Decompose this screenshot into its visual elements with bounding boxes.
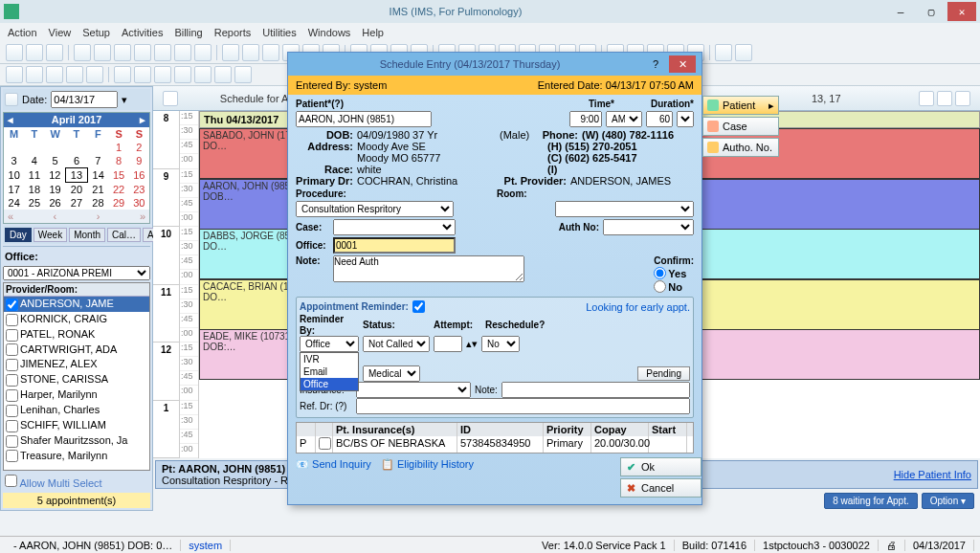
menu-help[interactable]: Help xyxy=(362,27,384,38)
insurance-select[interactable] xyxy=(356,382,471,398)
reschedule-select[interactable]: No xyxy=(481,336,520,352)
hide-patient-link[interactable]: Hide Patient Info xyxy=(894,469,971,480)
provider-item[interactable]: JIMENEZ, ALEX xyxy=(4,357,149,372)
maximize-button[interactable]: ▢ xyxy=(917,2,946,21)
reminder-option-email[interactable]: Email xyxy=(301,365,358,378)
case-select[interactable] xyxy=(333,219,456,235)
ampm-select[interactable]: AM xyxy=(606,111,642,127)
toolbar-icon[interactable] xyxy=(134,44,151,61)
cal-prev-icon[interactable]: ◂ xyxy=(8,114,13,126)
provider-item[interactable]: Treasure, Marilynn xyxy=(4,449,149,464)
duration-unit[interactable] xyxy=(677,111,694,127)
toolbar-icon[interactable] xyxy=(6,44,23,61)
menu-activities[interactable]: Activities xyxy=(122,27,163,38)
sched-close-icon[interactable] xyxy=(955,91,970,106)
office-select[interactable]: 0001 - ARIZONA PREMI xyxy=(3,266,150,280)
toolbar-icon[interactable] xyxy=(234,66,252,83)
toolbar-icon[interactable] xyxy=(154,66,171,83)
toolbar-icon[interactable] xyxy=(114,44,131,61)
toolbar-icon[interactable] xyxy=(174,44,191,61)
sched-header-icon[interactable] xyxy=(163,91,178,106)
toolbar-icon[interactable] xyxy=(26,66,43,83)
provider-item[interactable]: CARTWRIGHT, ADA xyxy=(4,343,149,358)
sched-max-icon[interactable] xyxy=(937,91,952,106)
toolbar-icon[interactable] xyxy=(6,66,23,83)
menu-view[interactable]: View xyxy=(49,27,72,38)
note-input[interactable]: Need Auth xyxy=(333,255,524,282)
menu-utilities[interactable]: Utilities xyxy=(262,27,296,38)
procedure-select[interactable]: Consultation Respritory xyxy=(296,201,454,217)
reminder-checkbox[interactable] xyxy=(412,300,425,313)
looking-early[interactable]: Looking for early appt. xyxy=(586,301,690,313)
menu-billing[interactable]: Billing xyxy=(174,27,202,38)
reminder-note-input[interactable] xyxy=(501,382,690,398)
sched-min-icon[interactable] xyxy=(919,91,934,106)
toolbar-icon[interactable] xyxy=(114,66,131,83)
provider-item[interactable]: Harper, Marilynn xyxy=(4,387,149,403)
provider-item[interactable]: PATEL, RONAK xyxy=(4,327,149,343)
close-button[interactable]: ✕ xyxy=(947,2,976,21)
room-select[interactable] xyxy=(555,201,694,217)
toolbar-icon[interactable] xyxy=(194,44,212,61)
insurance-row[interactable]: P BC/BS OF NEBRASKA 573845834950 Primary… xyxy=(297,436,693,453)
date-dropdown-icon[interactable]: ▾ xyxy=(122,94,127,106)
toolbar-icon[interactable] xyxy=(174,66,191,83)
eligibility-link[interactable]: 📋 Eligibility History xyxy=(381,458,474,471)
modal-close-icon[interactable]: ✕ xyxy=(669,55,696,73)
calendar-icon[interactable] xyxy=(5,93,18,106)
toolbar-icon[interactable] xyxy=(735,44,752,61)
toolbar-icon[interactable] xyxy=(134,66,151,83)
modal-help-icon[interactable]: ? xyxy=(646,55,665,73)
view-month[interactable]: Month xyxy=(69,228,105,242)
provider-item[interactable]: STONE, CARISSA xyxy=(4,372,149,387)
menu-action[interactable]: Action xyxy=(8,27,37,38)
view-cal[interactable]: Cal… xyxy=(107,228,141,242)
attempt-stepper[interactable]: ▴▾ xyxy=(466,338,478,350)
provider-item[interactable]: ANDERSON, JAME xyxy=(4,297,149,312)
toolbar-icon[interactable] xyxy=(194,66,212,83)
reminder-option-office[interactable]: Office xyxy=(301,378,358,390)
provider-item[interactable]: KORNICK, CRAIG xyxy=(4,312,149,327)
pending-button[interactable]: Pending xyxy=(637,366,690,381)
toolbar-icon[interactable] xyxy=(46,44,63,61)
toolbar-icon[interactable] xyxy=(242,44,259,61)
send-inquiry-link[interactable]: 📧 Send Inquiry xyxy=(296,458,371,471)
ref-dr-input[interactable] xyxy=(356,398,690,414)
menu-windows[interactable]: Windows xyxy=(308,27,351,38)
toolbar-icon[interactable] xyxy=(154,44,171,61)
time-input[interactable] xyxy=(569,111,602,127)
minimize-button[interactable]: — xyxy=(886,2,915,21)
duration-input[interactable] xyxy=(646,111,673,127)
provider-item[interactable]: SCHIFF, WILLIAM xyxy=(4,418,149,433)
toolbar-icon[interactable] xyxy=(86,66,103,83)
ok-button[interactable]: ✔Ok xyxy=(620,457,702,476)
cancel-button[interactable]: ✖Cancel xyxy=(620,478,702,498)
toolbar-icon[interactable] xyxy=(214,66,232,83)
office-input[interactable] xyxy=(333,237,456,254)
toolbar-icon[interactable] xyxy=(262,44,279,61)
status-select[interactable]: Not Called xyxy=(363,336,430,352)
calendar-grid[interactable]: MTWTFSS 12 3456789 10111213141516 171819… xyxy=(4,127,149,210)
status-printer-icon[interactable]: 🖨 xyxy=(879,540,905,551)
toolbar-icon[interactable] xyxy=(715,44,732,61)
date-input[interactable] xyxy=(51,91,118,108)
allow-multi-select[interactable]: Allow Multi Select xyxy=(3,473,150,491)
cal-next-icon[interactable]: ▸ xyxy=(140,114,145,126)
toolbar-icon[interactable] xyxy=(46,66,63,83)
auth-select[interactable] xyxy=(603,219,694,235)
toolbar-icon[interactable] xyxy=(222,44,239,61)
cal-nav[interactable]: «‹›» xyxy=(4,210,149,223)
provider-item[interactable]: Lenihan, Charles xyxy=(4,403,149,418)
case-side-button[interactable]: Case xyxy=(702,117,779,136)
view-day[interactable]: Day xyxy=(5,228,32,242)
patient-input[interactable] xyxy=(296,111,432,127)
patient-side-button[interactable]: Patient▸ xyxy=(702,96,779,115)
reminder-option-ivr[interactable]: IVR xyxy=(301,353,358,365)
provider-item[interactable]: Shafer Mauritzsson, Ja xyxy=(4,433,149,449)
toolbar-icon[interactable] xyxy=(94,44,111,61)
menu-reports[interactable]: Reports xyxy=(214,27,252,38)
toolbar-icon[interactable] xyxy=(74,44,91,61)
toolbar-icon[interactable] xyxy=(66,66,83,83)
view-week[interactable]: Week xyxy=(33,228,67,242)
authno-side-button[interactable]: Autho. No. xyxy=(702,138,779,157)
